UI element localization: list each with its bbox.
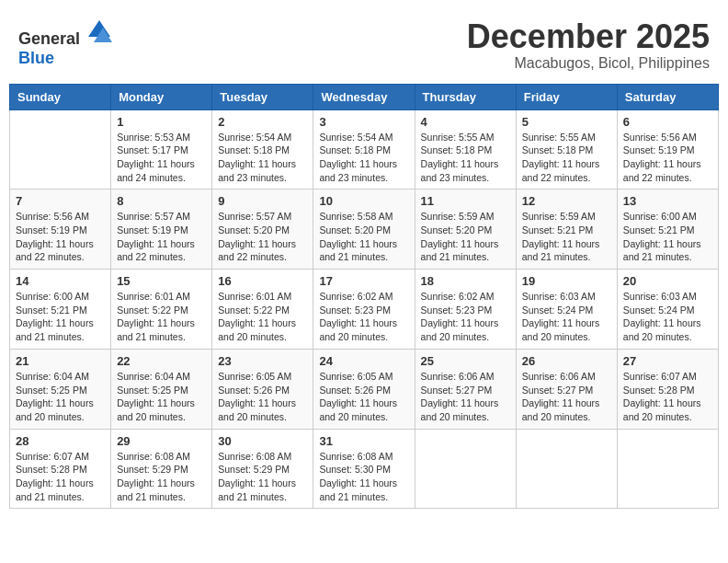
logo: General Blue [18, 18, 112, 68]
month-title: December 2025 [467, 18, 710, 55]
day-number: 14 [16, 274, 105, 288]
calendar-cell: 12Sunrise: 5:59 AM Sunset: 5:21 PM Dayli… [516, 190, 617, 270]
day-number: 26 [522, 354, 611, 368]
calendar-cell: 3Sunrise: 5:54 AM Sunset: 5:18 PM Daylig… [313, 109, 415, 190]
weekday-header-sunday: Sunday [10, 84, 111, 109]
weekday-header-wednesday: Wednesday [313, 84, 415, 109]
day-info: Sunrise: 6:05 AM Sunset: 5:26 PM Dayligh… [319, 370, 408, 424]
calendar-cell: 18Sunrise: 6:02 AM Sunset: 5:23 PM Dayli… [415, 270, 516, 350]
calendar-cell: 7Sunrise: 5:56 AM Sunset: 5:19 PM Daylig… [10, 190, 111, 270]
calendar-cell: 21Sunrise: 6:04 AM Sunset: 5:25 PM Dayli… [10, 349, 111, 429]
calendar-cell [617, 429, 718, 509]
weekday-header-monday: Monday [111, 84, 212, 109]
day-number: 31 [319, 434, 408, 448]
calendar-cell: 9Sunrise: 5:57 AM Sunset: 5:20 PM Daylig… [212, 190, 313, 270]
day-info: Sunrise: 6:04 AM Sunset: 5:25 PM Dayligh… [16, 370, 105, 424]
day-number: 7 [16, 194, 105, 208]
day-number: 28 [16, 434, 105, 448]
calendar-cell: 5Sunrise: 5:55 AM Sunset: 5:18 PM Daylig… [516, 109, 617, 190]
location-subtitle: Macabugos, Bicol, Philippines [467, 55, 710, 72]
calendar-cell: 8Sunrise: 5:57 AM Sunset: 5:19 PM Daylig… [111, 190, 212, 270]
day-number: 19 [522, 274, 611, 288]
calendar-cell: 30Sunrise: 6:08 AM Sunset: 5:29 PM Dayli… [212, 429, 313, 509]
day-info: Sunrise: 5:56 AM Sunset: 5:19 PM Dayligh… [623, 131, 712, 185]
calendar-table: SundayMondayTuesdayWednesdayThursdayFrid… [9, 84, 719, 510]
day-info: Sunrise: 5:54 AM Sunset: 5:18 PM Dayligh… [218, 131, 307, 185]
calendar-cell: 6Sunrise: 5:56 AM Sunset: 5:19 PM Daylig… [617, 109, 718, 190]
calendar-cell [10, 109, 111, 190]
day-info: Sunrise: 6:08 AM Sunset: 5:30 PM Dayligh… [319, 450, 408, 504]
calendar-cell: 14Sunrise: 6:00 AM Sunset: 5:21 PM Dayli… [10, 270, 111, 350]
day-number: 18 [421, 274, 510, 288]
day-info: Sunrise: 6:07 AM Sunset: 5:28 PM Dayligh… [623, 370, 712, 424]
day-number: 5 [522, 115, 611, 129]
calendar-cell: 23Sunrise: 6:05 AM Sunset: 5:26 PM Dayli… [212, 349, 313, 429]
week-row-5: 28Sunrise: 6:07 AM Sunset: 5:28 PM Dayli… [10, 429, 719, 509]
day-info: Sunrise: 6:08 AM Sunset: 5:29 PM Dayligh… [117, 450, 206, 504]
day-number: 17 [319, 274, 408, 288]
day-number: 13 [623, 194, 712, 208]
day-info: Sunrise: 5:59 AM Sunset: 5:21 PM Dayligh… [522, 210, 611, 264]
logo-blue: Blue [18, 49, 54, 67]
week-row-3: 14Sunrise: 6:00 AM Sunset: 5:21 PM Dayli… [10, 270, 719, 350]
day-number: 16 [218, 274, 307, 288]
calendar-cell: 11Sunrise: 5:59 AM Sunset: 5:20 PM Dayli… [415, 190, 516, 270]
calendar-cell: 25Sunrise: 6:06 AM Sunset: 5:27 PM Dayli… [415, 349, 516, 429]
calendar-cell: 29Sunrise: 6:08 AM Sunset: 5:29 PM Dayli… [111, 429, 212, 509]
day-number: 24 [319, 354, 408, 368]
day-info: Sunrise: 5:57 AM Sunset: 5:20 PM Dayligh… [218, 210, 307, 264]
day-number: 9 [218, 194, 307, 208]
weekday-header-thursday: Thursday [415, 84, 516, 109]
day-info: Sunrise: 6:07 AM Sunset: 5:28 PM Dayligh… [16, 450, 105, 504]
day-number: 6 [623, 115, 712, 129]
calendar-cell: 31Sunrise: 6:08 AM Sunset: 5:30 PM Dayli… [313, 429, 415, 509]
day-number: 30 [218, 434, 307, 448]
day-number: 12 [522, 194, 611, 208]
header: General Blue December 2025 Macabugos, Bi… [9, 9, 719, 76]
day-number: 23 [218, 354, 307, 368]
calendar-cell: 4Sunrise: 5:55 AM Sunset: 5:18 PM Daylig… [415, 109, 516, 190]
day-number: 27 [623, 354, 712, 368]
calendar-cell: 17Sunrise: 6:02 AM Sunset: 5:23 PM Dayli… [313, 270, 415, 350]
calendar-cell [516, 429, 617, 509]
calendar-cell: 27Sunrise: 6:07 AM Sunset: 5:28 PM Dayli… [617, 349, 718, 429]
calendar-cell: 10Sunrise: 5:58 AM Sunset: 5:20 PM Dayli… [313, 190, 415, 270]
day-info: Sunrise: 5:57 AM Sunset: 5:19 PM Dayligh… [117, 210, 206, 264]
day-number: 20 [623, 274, 712, 288]
day-info: Sunrise: 6:04 AM Sunset: 5:25 PM Dayligh… [117, 370, 206, 424]
day-number: 29 [117, 434, 206, 448]
day-number: 11 [421, 194, 510, 208]
calendar-cell: 24Sunrise: 6:05 AM Sunset: 5:26 PM Dayli… [313, 349, 415, 429]
calendar-cell: 28Sunrise: 6:07 AM Sunset: 5:28 PM Dayli… [10, 429, 111, 509]
day-info: Sunrise: 6:00 AM Sunset: 5:21 PM Dayligh… [623, 210, 712, 264]
day-info: Sunrise: 6:02 AM Sunset: 5:23 PM Dayligh… [319, 290, 408, 344]
day-number: 10 [319, 194, 408, 208]
calendar-cell: 20Sunrise: 6:03 AM Sunset: 5:24 PM Dayli… [617, 270, 718, 350]
day-info: Sunrise: 6:00 AM Sunset: 5:21 PM Dayligh… [16, 290, 105, 344]
day-info: Sunrise: 5:55 AM Sunset: 5:18 PM Dayligh… [421, 131, 510, 185]
week-row-4: 21Sunrise: 6:04 AM Sunset: 5:25 PM Dayli… [10, 349, 719, 429]
day-number: 1 [117, 115, 206, 129]
calendar-cell: 26Sunrise: 6:06 AM Sunset: 5:27 PM Dayli… [516, 349, 617, 429]
logo-icon [86, 18, 112, 44]
day-number: 25 [421, 354, 510, 368]
day-number: 22 [117, 354, 206, 368]
day-info: Sunrise: 5:54 AM Sunset: 5:18 PM Dayligh… [319, 131, 408, 185]
day-info: Sunrise: 5:59 AM Sunset: 5:20 PM Dayligh… [421, 210, 510, 264]
day-info: Sunrise: 6:05 AM Sunset: 5:26 PM Dayligh… [218, 370, 307, 424]
day-info: Sunrise: 5:55 AM Sunset: 5:18 PM Dayligh… [522, 131, 611, 185]
calendar-cell: 19Sunrise: 6:03 AM Sunset: 5:24 PM Dayli… [516, 270, 617, 350]
weekday-header-saturday: Saturday [617, 84, 718, 109]
weekday-header-tuesday: Tuesday [212, 84, 313, 109]
day-number: 4 [421, 115, 510, 129]
day-info: Sunrise: 6:03 AM Sunset: 5:24 PM Dayligh… [522, 290, 611, 344]
calendar-cell: 2Sunrise: 5:54 AM Sunset: 5:18 PM Daylig… [212, 109, 313, 190]
day-info: Sunrise: 6:06 AM Sunset: 5:27 PM Dayligh… [522, 370, 611, 424]
day-info: Sunrise: 5:58 AM Sunset: 5:20 PM Dayligh… [319, 210, 408, 264]
day-number: 21 [16, 354, 105, 368]
day-info: Sunrise: 6:01 AM Sunset: 5:22 PM Dayligh… [117, 290, 206, 344]
weekday-header-friday: Friday [516, 84, 617, 109]
day-info: Sunrise: 5:53 AM Sunset: 5:17 PM Dayligh… [117, 131, 206, 185]
logo-general: General [18, 29, 80, 48]
day-number: 15 [117, 274, 206, 288]
